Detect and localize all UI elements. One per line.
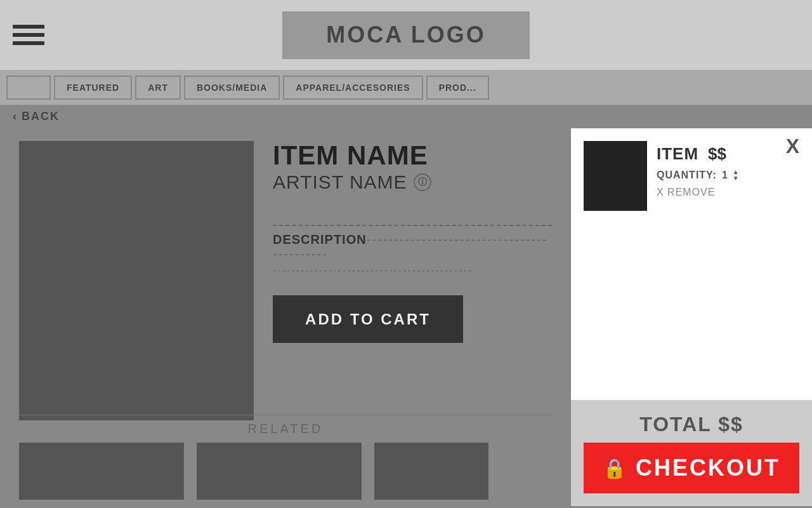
cart-panel: X ITEM $$ QUANTITY: 1 ▲ ▼ X REMOVE — [571, 128, 812, 506]
add-to-cart-label: ADD TO CART — [305, 311, 431, 328]
artist-name: ARTIST NAME — [273, 171, 407, 193]
artist-row: ARTIST NAME ⓘ — [273, 171, 552, 193]
nav-item-prod[interactable]: PROD... — [426, 76, 489, 100]
lock-icon: 🔒 — [603, 457, 626, 479]
back-arrow-icon: ‹ — [13, 110, 16, 123]
logo-text: MOCA LOGO — [326, 22, 486, 48]
description-area: DESCRIPTION-----------------------------… — [273, 225, 552, 276]
description-label: DESCRIPTION-----------------------------… — [273, 232, 552, 262]
cart-item-details: ITEM $$ QUANTITY: 1 ▲ ▼ X REMOVE — [657, 141, 799, 391]
related-items — [19, 443, 552, 500]
quantity-spinner[interactable]: ▲ ▼ — [733, 169, 739, 182]
cart-footer: TOTAL $$ 🔒 CHECKOUT — [571, 400, 812, 506]
nav-item-empty[interactable] — [6, 76, 51, 100]
nav-item-featured[interactable]: FEATURED — [54, 76, 132, 100]
nav-bar: FEATURED ART BOOKS/MEDIA APPAREL/ACCESOR… — [0, 70, 812, 105]
main-content: ITEM NAME ARTIST NAME ⓘ DESCRIPTION-----… — [0, 128, 812, 506]
cart-quantity-value: 1 — [722, 170, 728, 181]
checkout-button[interactable]: 🔒 CHECKOUT — [584, 443, 799, 493]
logo-box: MOCA LOGO — [282, 11, 530, 59]
info-icon[interactable]: ⓘ — [414, 173, 431, 191]
related-item[interactable] — [197, 443, 362, 500]
cart-remove-button[interactable]: X REMOVE — [657, 187, 799, 198]
menu-icon[interactable] — [13, 25, 44, 45]
nav-item-apparel[interactable]: APPAREL/ACCESORIES — [283, 76, 422, 100]
related-label: RELATED — [19, 415, 552, 436]
cart-item-name-price: ITEM $$ — [657, 144, 799, 164]
cart-close-button[interactable]: X — [786, 135, 799, 158]
cart-quantity-row: QUANTITY: 1 ▲ ▼ — [657, 169, 799, 182]
description-dashes: ----------------------------------------… — [273, 265, 552, 276]
product-layout: ITEM NAME ARTIST NAME ⓘ DESCRIPTION-----… — [19, 141, 552, 420]
item-name: ITEM NAME — [273, 141, 552, 170]
cart-total: TOTAL $$ — [584, 413, 799, 436]
back-label: BACK — [22, 110, 60, 123]
related-item[interactable] — [19, 443, 184, 500]
related-section: RELATED — [0, 408, 571, 506]
cart-item-image — [584, 141, 647, 211]
header: MOCA LOGO — [0, 0, 812, 70]
nav-item-art[interactable]: ART — [135, 76, 181, 100]
cart-item-name: ITEM — [657, 144, 698, 164]
product-info: ITEM NAME ARTIST NAME ⓘ DESCRIPTION-----… — [273, 141, 552, 420]
add-to-cart-button[interactable]: ADD TO CART — [273, 295, 463, 343]
nav-item-books[interactable]: BOOKS/MEDIA — [184, 76, 280, 100]
quantity-down-icon[interactable]: ▼ — [733, 175, 739, 182]
product-image — [19, 141, 254, 420]
product-panel: ITEM NAME ARTIST NAME ⓘ DESCRIPTION-----… — [0, 128, 571, 506]
checkout-label: CHECKOUT — [636, 455, 780, 481]
cart-item-price: $$ — [708, 144, 726, 164]
related-item[interactable] — [374, 443, 488, 500]
cart-item-row: ITEM $$ QUANTITY: 1 ▲ ▼ X REMOVE — [571, 128, 812, 400]
back-bar[interactable]: ‹ BACK — [0, 105, 812, 128]
cart-quantity-label: QUANTITY: — [657, 170, 717, 181]
